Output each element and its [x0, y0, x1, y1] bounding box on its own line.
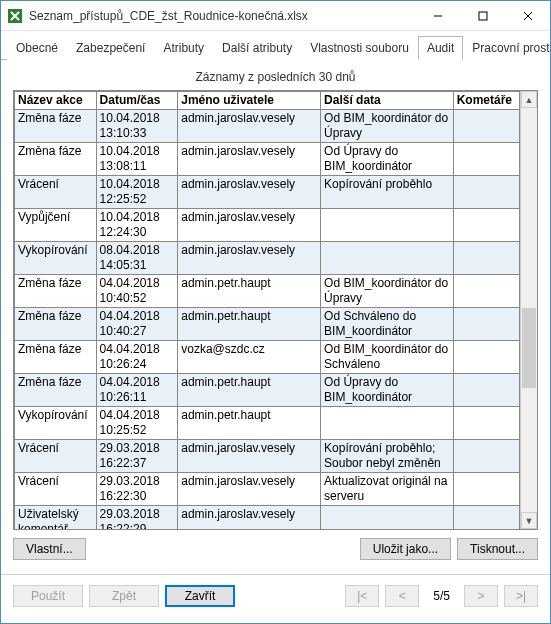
table-cell: 04.04.2018 10:40:52: [96, 275, 178, 308]
table-cell: Změna fáze: [15, 341, 97, 374]
zpet-button[interactable]: Zpět: [89, 585, 159, 607]
footer: Použít Zpět Zavřít |< < 5/5 > >|: [1, 574, 550, 617]
table-cell: Vykopírování: [15, 407, 97, 440]
table-cell: Od BIM_koordinátor do Úpravy: [321, 275, 454, 308]
ulozit-jako-button[interactable]: Uložit jako...: [360, 538, 451, 560]
table-cell: Vrácení: [15, 440, 97, 473]
table-cell: 04.04.2018 10:26:24: [96, 341, 178, 374]
table-cell: [321, 209, 454, 242]
table-row[interactable]: Změna fáze04.04.2018 10:26:24vozka@szdc.…: [15, 341, 520, 374]
table-cell: Od Úpravy do BIM_koordinátor: [321, 143, 454, 176]
tisknout-button[interactable]: Tisknout...: [457, 538, 538, 560]
table-row[interactable]: Změna fáze10.04.2018 13:10:33admin.jaros…: [15, 110, 520, 143]
column-header[interactable]: Kometáře: [453, 92, 519, 110]
table-cell: [453, 374, 519, 407]
table-cell: [321, 506, 454, 530]
table-cell: Kopírování proběhlo; Soubor nebyl změněn: [321, 440, 454, 473]
table-row[interactable]: Vrácení29.03.2018 16:22:30admin.jaroslav…: [15, 473, 520, 506]
table-cell: Vypůjčení: [15, 209, 97, 242]
table-cell: admin.jaroslav.vesely: [178, 242, 321, 275]
table-cell: Od Schváleno do BIM_koordinátor: [321, 308, 454, 341]
audit-table: Název akceDatum/časJméno uživateleDalší …: [14, 91, 520, 529]
vlastni-button[interactable]: Vlastní...: [13, 538, 86, 560]
table-cell: Změna fáze: [15, 110, 97, 143]
table-cell: Změna fáze: [15, 308, 97, 341]
table-cell: Kopírování proběhlo: [321, 176, 454, 209]
column-header[interactable]: Další data: [321, 92, 454, 110]
tab-vlastnosti-souboru[interactable]: Vlastnosti souboru: [301, 36, 418, 60]
table-cell: 10.04.2018 12:24:30: [96, 209, 178, 242]
pouzit-button[interactable]: Použít: [13, 585, 83, 607]
table-row[interactable]: Změna fáze04.04.2018 10:40:52admin.petr.…: [15, 275, 520, 308]
table-cell: admin.jaroslav.vesely: [178, 440, 321, 473]
table-cell: 04.04.2018 10:40:27: [96, 308, 178, 341]
table-cell: [453, 407, 519, 440]
tab-další-atributy[interactable]: Další atributy: [213, 36, 301, 60]
table-cell: admin.jaroslav.vesely: [178, 506, 321, 530]
scroll-down-icon[interactable]: ▼: [521, 512, 537, 529]
page-indicator: 5/5: [425, 589, 458, 603]
column-header[interactable]: Název akce: [15, 92, 97, 110]
svg-rect-2: [479, 12, 487, 20]
table-cell: vozka@szdc.cz: [178, 341, 321, 374]
maximize-button[interactable]: [460, 1, 505, 31]
audit-table-container: Název akceDatum/časJméno uživateleDalší …: [13, 90, 538, 530]
table-cell: admin.jaroslav.vesely: [178, 110, 321, 143]
table-cell: Změna fáze: [15, 275, 97, 308]
table-row[interactable]: Uživatelský komentář29.03.2018 16:22:29a…: [15, 506, 520, 530]
column-header[interactable]: Datum/čas: [96, 92, 178, 110]
table-cell: [321, 407, 454, 440]
table-cell: Aktualizovat originál na serveru: [321, 473, 454, 506]
table-row[interactable]: Vrácení29.03.2018 16:22:37admin.jaroslav…: [15, 440, 520, 473]
table-cell: [453, 209, 519, 242]
table-row[interactable]: Vypůjčení10.04.2018 12:24:30admin.jarosl…: [15, 209, 520, 242]
zavrit-button[interactable]: Zavřít: [165, 585, 235, 607]
table-row[interactable]: Změna fáze04.04.2018 10:26:11admin.petr.…: [15, 374, 520, 407]
table-caption: Záznamy z posledních 30 dnů: [13, 68, 538, 90]
table-cell: Vrácení: [15, 176, 97, 209]
table-cell: Od Úpravy do BIM_koordinátor: [321, 374, 454, 407]
table-cell: Změna fáze: [15, 143, 97, 176]
table-cell: [453, 275, 519, 308]
table-row[interactable]: Změna fáze04.04.2018 10:40:27admin.petr.…: [15, 308, 520, 341]
table-cell: Vykopírování: [15, 242, 97, 275]
table-cell: 29.03.2018 16:22:30: [96, 473, 178, 506]
scrollbar-thumb[interactable]: [522, 308, 536, 388]
vertical-scrollbar[interactable]: ▲ ▼: [520, 91, 537, 529]
tab-obecné[interactable]: Obecné: [7, 36, 67, 60]
table-row[interactable]: Vykopírování08.04.2018 14:05:31admin.jar…: [15, 242, 520, 275]
close-button[interactable]: [505, 1, 550, 31]
table-cell: [453, 110, 519, 143]
table-cell: [453, 506, 519, 530]
table-row[interactable]: Změna fáze10.04.2018 13:08:11admin.jaros…: [15, 143, 520, 176]
tab-atributy[interactable]: Atributy: [154, 36, 213, 60]
nav-last-button[interactable]: >|: [504, 585, 538, 607]
scroll-up-icon[interactable]: ▲: [521, 91, 537, 108]
table-cell: [453, 440, 519, 473]
tab-pracovní-prostředí[interactable]: Pracovní prostředí: [463, 36, 551, 60]
table-cell: [453, 341, 519, 374]
table-cell: admin.petr.haupt: [178, 374, 321, 407]
column-header[interactable]: Jméno uživatele: [178, 92, 321, 110]
titlebar: Seznam_přístupů_CDE_žst_Roudnice-konečná…: [1, 1, 550, 31]
table-cell: Uživatelský komentář: [15, 506, 97, 530]
table-cell: admin.petr.haupt: [178, 407, 321, 440]
nav-next-button[interactable]: >: [464, 585, 498, 607]
nav-first-button[interactable]: |<: [345, 585, 379, 607]
table-cell: admin.jaroslav.vesely: [178, 143, 321, 176]
table-cell: [453, 473, 519, 506]
table-cell: 10.04.2018 13:08:11: [96, 143, 178, 176]
nav-prev-button[interactable]: <: [385, 585, 419, 607]
minimize-button[interactable]: [415, 1, 460, 31]
table-cell: [321, 242, 454, 275]
tabs: ObecnéZabezpečeníAtributyDalší atributyV…: [1, 31, 550, 60]
table-row[interactable]: Vykopírování04.04.2018 10:25:52admin.pet…: [15, 407, 520, 440]
tab-zabezpečení[interactable]: Zabezpečení: [67, 36, 154, 60]
tab-audit[interactable]: Audit: [418, 36, 463, 60]
table-cell: admin.jaroslav.vesely: [178, 473, 321, 506]
table-row[interactable]: Vrácení10.04.2018 12:25:52admin.jaroslav…: [15, 176, 520, 209]
window-title: Seznam_přístupů_CDE_žst_Roudnice-konečná…: [29, 9, 415, 23]
table-cell: 08.04.2018 14:05:31: [96, 242, 178, 275]
table-cell: Změna fáze: [15, 374, 97, 407]
table-cell: admin.jaroslav.vesely: [178, 209, 321, 242]
